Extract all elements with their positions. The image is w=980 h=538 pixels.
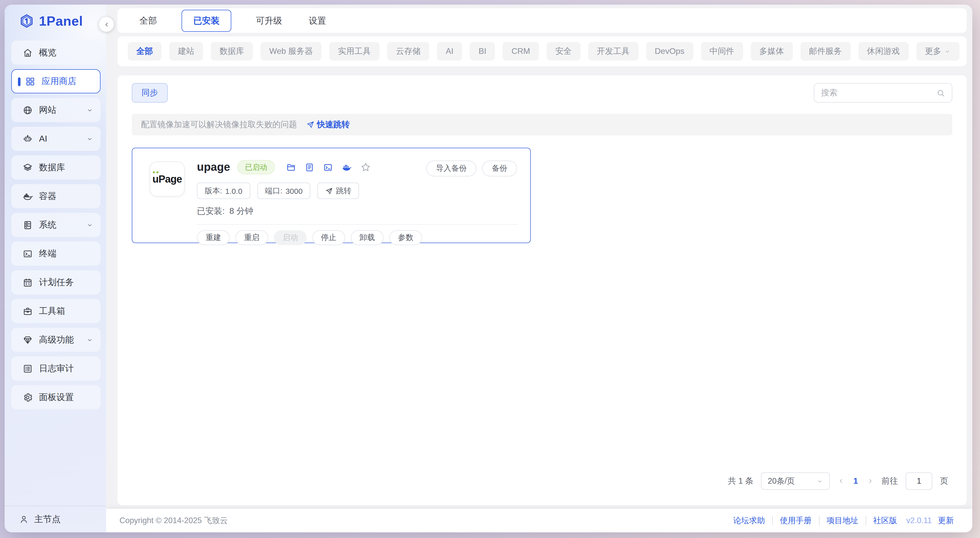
category-ai[interactable]: AI [437, 42, 462, 60]
page-size-select[interactable]: 20条/页 [761, 472, 830, 490]
hexlogo-icon [19, 13, 34, 29]
rebuild-button[interactable]: 重建 [197, 230, 230, 245]
user-manual-link[interactable]: 使用手册 [773, 515, 819, 526]
sidebar-item-website[interactable]: 网站 [11, 98, 100, 122]
sidebar-item-ai[interactable]: AI [11, 127, 100, 151]
category-bi[interactable]: BI [470, 42, 495, 60]
app-info-chips: 版本:1.0.0端口:3000跳转 [197, 183, 518, 199]
user-icon [19, 514, 29, 524]
page-size-value: 20条/页 [768, 476, 795, 487]
next-page-button[interactable] [867, 478, 874, 485]
import-backup-button[interactable]: 导入备份 [426, 161, 476, 177]
forum-help-link[interactable]: 论坛求助 [726, 515, 772, 526]
terminal-icon [22, 248, 33, 259]
chevron-down-icon [816, 478, 823, 484]
globe-icon [22, 105, 33, 115]
prev-page-button[interactable] [837, 478, 845, 485]
sidebar-item-advanced[interactable]: 高级功能 [11, 328, 100, 352]
category-crm[interactable]: CRM [503, 42, 539, 60]
sidebar-nav: 概览应用商店网站AI数据库容器系统终端计划任务工具箱高级功能日志审计面板设置 [5, 37, 106, 506]
status-badge: 已启动 [237, 160, 275, 174]
sidebar-item-terminal[interactable]: 终端 [11, 242, 100, 266]
toolbar-row: 同步 [132, 83, 952, 103]
app-window: 1Panel 概览应用商店网站AI数据库容器系统终端计划任务工具箱高级功能日志审… [5, 5, 972, 532]
chevdown-icon [86, 107, 93, 114]
tab-installed[interactable]: 已安装 [181, 10, 231, 32]
sidebar-item-label: 终端 [39, 248, 56, 259]
tab-upgradable[interactable]: 可升级 [254, 10, 284, 31]
quick-jump-link[interactable]: 快速跳转 [306, 119, 350, 130]
list-icon [22, 363, 33, 374]
sidebar-item-system[interactable]: 系统 [11, 213, 100, 237]
category-middleware[interactable]: 中间件 [701, 42, 743, 60]
desktop-background: 1Panel 概览应用商店网站AI数据库容器系统终端计划任务工具箱高级功能日志审… [0, 0, 980, 538]
grid-icon [25, 76, 35, 86]
star-icon[interactable] [360, 162, 372, 173]
sync-button[interactable]: 同步 [132, 83, 168, 103]
current-page[interactable]: 1 [852, 476, 859, 486]
search-input[interactable] [821, 88, 936, 97]
category-dev-tools[interactable]: 开发工具 [588, 42, 638, 60]
category-devops[interactable]: DevOps [646, 42, 693, 60]
edition-link[interactable]: 社区版 [866, 515, 904, 526]
category-security[interactable]: 安全 [547, 42, 581, 60]
tab-store-settings[interactable]: 设置 [307, 10, 328, 31]
folder-icon[interactable] [286, 162, 296, 172]
params-button[interactable]: 参数 [389, 230, 422, 245]
search-box[interactable] [814, 83, 952, 103]
category-games[interactable]: 休闲游戏 [858, 42, 908, 60]
home-icon [22, 48, 33, 58]
restart-button[interactable]: 重启 [235, 230, 268, 245]
sidebar-item-cron-jobs[interactable]: 计划任务 [11, 270, 100, 294]
sidebar-item-toolbox[interactable]: 工具箱 [11, 299, 100, 323]
terminal-icon[interactable] [323, 162, 333, 172]
tab-all[interactable]: 全部 [137, 10, 159, 31]
footer: Copyright © 2014-2025 飞致云 论坛求助使用手册项目地址社区… [106, 509, 972, 532]
brand-logo[interactable]: 1Panel [5, 5, 106, 37]
docker-icon[interactable] [342, 162, 352, 172]
content-panel: 同步 配置镜像加速可以解决镜像拉取失败的问题 快速跳转 uPage [118, 75, 967, 505]
update-link[interactable]: 更新 [934, 515, 954, 526]
project-repo-link[interactable]: 项目地址 [819, 515, 865, 526]
search-icon [936, 89, 945, 97]
info-chip-1: 端口:3000 [257, 183, 310, 199]
send-icon [325, 187, 333, 195]
terminal-icon [323, 162, 333, 172]
goto-page-input[interactable] [906, 472, 932, 490]
sidebar-item-panel-settings[interactable]: 面板设置 [11, 385, 100, 409]
page-unit: 页 [940, 476, 948, 487]
layers-icon [22, 162, 33, 173]
backup-buttons: 导入备份备份 [426, 161, 517, 177]
tab-bar: 全部已安装可升级设置 [118, 8, 967, 33]
file-icon[interactable] [305, 162, 315, 172]
chevright-icon [867, 478, 874, 485]
stop-button[interactable]: 停止 [312, 230, 345, 245]
category-website-building[interactable]: 建站 [169, 42, 203, 60]
category-multimedia[interactable]: 多媒体 [751, 42, 792, 60]
app-name: upage [197, 161, 230, 174]
sidebar-item-database[interactable]: 数据库 [11, 155, 100, 180]
sidebar-item-log-audit[interactable]: 日志审计 [11, 357, 100, 380]
category-more[interactable]: 更多 [916, 42, 959, 60]
sidebar-item-container[interactable]: 容器 [11, 184, 100, 208]
sidebar-item-label: AI [39, 134, 47, 144]
category-database[interactable]: 数据库 [211, 42, 253, 60]
category-all[interactable]: 全部 [128, 42, 162, 60]
category-web-server[interactable]: Web 服务器 [261, 42, 321, 60]
app-card-upage[interactable]: uPage upage 已启动 版本:1.0.0端口:3000跳转 已安装: 8… [132, 148, 531, 243]
sidebar-collapse-button[interactable] [99, 17, 114, 32]
sidebar-item-app-store[interactable]: 应用商店 [11, 69, 100, 93]
category-mail-service[interactable]: 邮件服务 [800, 42, 851, 60]
node-selector[interactable]: 主节点 [5, 506, 106, 532]
category-cloud-storage[interactable]: 云存储 [387, 42, 429, 60]
app-logo: uPage [150, 162, 185, 196]
jump-button[interactable]: 跳转 [317, 183, 359, 199]
uninstall-button[interactable]: 卸载 [351, 230, 383, 245]
backup-button[interactable]: 备份 [482, 161, 517, 177]
folder-icon [286, 162, 296, 172]
chevleft-icon [837, 478, 845, 485]
sidebar-item-label: 高级功能 [39, 334, 74, 346]
category-utilities[interactable]: 实用工具 [329, 42, 380, 60]
sidebar-item-overview[interactable]: 概览 [11, 40, 100, 65]
start-button: 启动 [274, 230, 307, 245]
